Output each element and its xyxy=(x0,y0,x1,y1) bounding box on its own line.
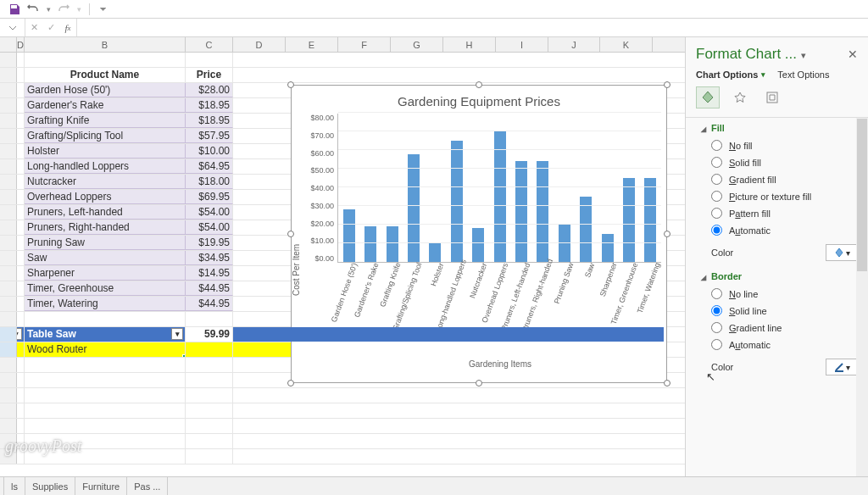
cell[interactable] xyxy=(17,114,25,128)
cell[interactable]: Holster xyxy=(25,144,186,159)
cell[interactable]: Gardener's Rake xyxy=(25,98,186,113)
x-axis-label[interactable]: Gardening Items xyxy=(292,359,666,369)
column-header[interactable]: D xyxy=(233,37,286,52)
sheet-tab[interactable]: Pas ... xyxy=(127,477,168,495)
cell[interactable]: Timer, Watering xyxy=(25,297,186,311)
cell[interactable]: $19.95 xyxy=(186,236,233,250)
cell[interactable]: $54.00 xyxy=(186,220,233,235)
cell[interactable] xyxy=(25,449,186,464)
resize-handle-icon[interactable] xyxy=(664,380,670,387)
cell[interactable]: $64.95 xyxy=(186,159,233,174)
cell[interactable] xyxy=(233,53,664,67)
cell[interactable] xyxy=(17,68,25,82)
chart-bar[interactable] xyxy=(602,234,614,262)
radio-pattern-fill[interactable]: Pattern fill xyxy=(711,208,858,219)
column-header[interactable]: H xyxy=(443,37,496,52)
cell[interactable] xyxy=(17,342,25,357)
close-icon[interactable]: ✕ xyxy=(848,47,858,61)
formula-input[interactable] xyxy=(76,19,868,36)
cell[interactable]: Price xyxy=(186,68,233,82)
cell[interactable] xyxy=(17,190,25,204)
cell[interactable]: Garden Hose (50') xyxy=(25,83,186,97)
cell[interactable] xyxy=(17,220,25,235)
cell[interactable] xyxy=(186,449,233,464)
cell[interactable]: ▾ xyxy=(17,327,25,342)
cell[interactable]: Timer, Greenhouse xyxy=(25,281,186,296)
cell[interactable] xyxy=(186,419,233,433)
fill-section-header[interactable]: Fill xyxy=(701,123,858,133)
radio-solid-line[interactable]: Solid line xyxy=(711,305,858,316)
chart-plot-area[interactable] xyxy=(337,114,661,263)
cell[interactable]: Pruning Saw xyxy=(25,236,186,250)
radio-auto-fill[interactable]: Automatic xyxy=(711,225,858,236)
cell[interactable] xyxy=(186,53,233,67)
cell[interactable] xyxy=(233,68,664,82)
cell[interactable]: 59.99 xyxy=(186,327,233,342)
cell[interactable] xyxy=(17,419,25,433)
radio-solid-fill[interactable]: Solid fill xyxy=(711,157,858,168)
chart-bar[interactable] xyxy=(559,225,570,262)
cell[interactable]: Long-handled Loppers xyxy=(25,159,186,174)
column-header[interactable]: I xyxy=(496,37,548,52)
radio-gradient-fill[interactable]: Gradient fill xyxy=(711,174,858,185)
cell[interactable]: Wood Router xyxy=(25,342,186,357)
fx-icon[interactable]: fx xyxy=(59,19,76,36)
border-section-header[interactable]: Border xyxy=(701,271,858,281)
fill-color-button[interactable]: ▾ xyxy=(826,244,858,261)
cell[interactable] xyxy=(17,297,25,311)
cell[interactable] xyxy=(233,449,664,464)
cell[interactable] xyxy=(17,236,25,250)
column-header[interactable]: G xyxy=(391,37,443,52)
cell[interactable]: Grafting/Splicing Tool xyxy=(25,129,186,143)
cell[interactable] xyxy=(25,419,186,433)
cell[interactable]: $54.00 xyxy=(186,205,233,220)
cell[interactable] xyxy=(186,373,233,387)
cell[interactable] xyxy=(17,129,25,143)
cell[interactable] xyxy=(17,358,25,372)
effects-icon[interactable] xyxy=(728,86,752,108)
cell[interactable]: Product Name xyxy=(25,68,186,82)
cell[interactable] xyxy=(17,449,25,464)
cell[interactable] xyxy=(233,388,664,403)
cell[interactable]: $34.95 xyxy=(186,251,233,265)
cell[interactable] xyxy=(233,434,664,448)
column-header[interactable]: F xyxy=(338,37,391,52)
cell[interactable]: Saw xyxy=(25,251,186,265)
chart-bar[interactable] xyxy=(644,178,656,262)
cell[interactable] xyxy=(17,205,25,220)
fill-line-icon[interactable] xyxy=(696,86,720,108)
chart-bar[interactable] xyxy=(451,141,463,262)
chart-bar[interactable] xyxy=(623,178,635,262)
column-header[interactable]: E xyxy=(286,37,338,52)
cell[interactable] xyxy=(17,434,25,448)
column-header[interactable]: B xyxy=(25,37,186,52)
sheet-tab[interactable]: ls xyxy=(3,477,25,495)
cell[interactable] xyxy=(17,388,25,403)
radio-no-line[interactable]: No line xyxy=(711,288,858,299)
accept-icon[interactable]: ✓ xyxy=(42,19,59,36)
cell[interactable]: $57.95 xyxy=(186,129,233,143)
cell[interactable]: Pruners, Left-handed xyxy=(25,205,186,220)
cell[interactable] xyxy=(17,266,25,281)
table-resize-handle[interactable] xyxy=(182,354,186,357)
cell[interactable]: Nutcracker xyxy=(25,175,186,189)
save-icon[interactable] xyxy=(7,2,22,17)
cell[interactable]: $28.00 xyxy=(186,83,233,97)
cell[interactable]: $14.95 xyxy=(186,266,233,281)
chart-bar[interactable] xyxy=(472,228,484,262)
cell[interactable] xyxy=(17,403,25,418)
cell[interactable] xyxy=(17,53,25,67)
name-box-dropdown[interactable] xyxy=(0,19,25,36)
cell[interactable] xyxy=(17,312,25,326)
sheet-tab[interactable]: Supplies xyxy=(25,477,75,495)
filter-drop-icon[interactable]: ▾ xyxy=(17,328,22,340)
chart-bar[interactable] xyxy=(364,226,376,262)
undo-icon[interactable] xyxy=(25,2,41,17)
border-color-button[interactable]: ▾ xyxy=(826,359,858,375)
resize-handle-icon[interactable] xyxy=(476,380,482,387)
cell[interactable] xyxy=(25,403,186,418)
cell[interactable] xyxy=(25,373,186,387)
chart-title[interactable]: Gardening Equipment Prices xyxy=(292,94,666,108)
tab-text-options[interactable]: Text Options xyxy=(777,70,829,80)
cell[interactable] xyxy=(17,373,25,387)
